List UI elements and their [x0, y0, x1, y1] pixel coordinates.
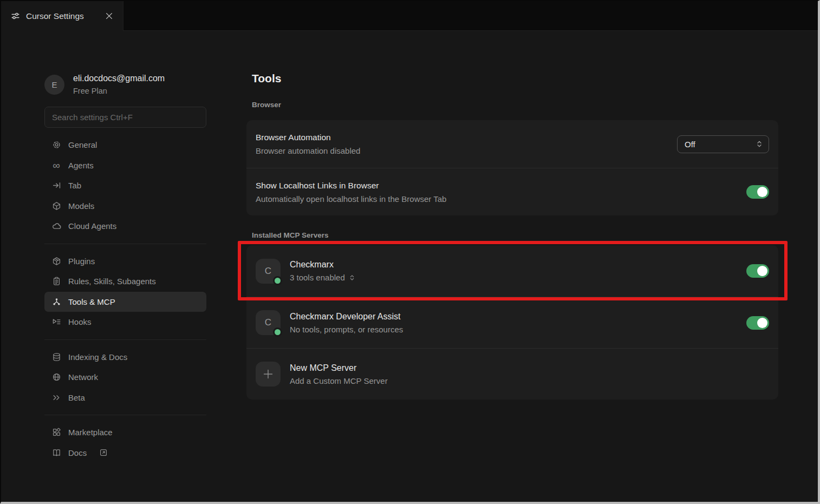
double-chevron-icon — [51, 393, 61, 402]
localhost-links-row: Show Localhost Links in Browser Automati… — [246, 168, 778, 215]
status-dot — [273, 328, 282, 337]
sidebar-item-label: Hooks — [68, 317, 92, 326]
sidebar-item-rules-skills-subagents[interactable]: Rules, Skills, Subagents — [44, 271, 206, 292]
sidebar-item-label: Cloud Agents — [68, 221, 116, 231]
chevron-updown-icon — [756, 140, 763, 148]
checkmarx-developer-assist-toggle[interactable] — [746, 316, 769, 330]
localhost-links-toggle[interactable] — [746, 185, 769, 199]
book-icon — [51, 448, 61, 457]
search-input[interactable] — [44, 107, 206, 128]
network-icon — [51, 297, 61, 306]
cursor-settings-window: Cursor Settings E eli.docdocs@gmail.com … — [0, 0, 820, 504]
checkmarx-toggle[interactable] — [746, 264, 769, 278]
sidebar-item-label: Tools & MCP — [68, 297, 115, 306]
server-initial: C — [265, 266, 271, 277]
sidebar-item-label: Plugins — [68, 257, 95, 266]
package-icon — [51, 257, 61, 266]
new-mcp-server-row[interactable]: New MCP Server Add a Custom MCP Server — [246, 348, 778, 400]
tab-bar: Cursor Settings — [1, 1, 818, 31]
account-plan: Free Plan — [73, 87, 165, 95]
mcp-server-row-checkmarx[interactable]: C Checkmarx 3 tools enabled — [246, 245, 778, 297]
setting-title: Browser Automation — [256, 133, 360, 142]
sidebar-item-tab[interactable]: Tab — [44, 175, 206, 196]
mcp-server-row-checkmarx-developer-assist[interactable]: C Checkmarx Developer Assist No tools, p… — [246, 297, 778, 348]
sidebar-item-label: Agents — [68, 161, 94, 170]
settings-sidebar: E eli.docdocs@gmail.com Free Plan — [1, 31, 206, 502]
sidebar-item-label: Network — [68, 372, 98, 382]
sidebar-item-label: Indexing & Docs — [68, 352, 127, 362]
sidebar-item-network[interactable]: Network — [44, 367, 206, 388]
settings-main: Tools Browser Browser Automation Browser… — [246, 31, 778, 502]
sidebar-item-plugins[interactable]: Plugins — [44, 251, 206, 272]
server-avatar: C — [256, 310, 281, 335]
setting-subtitle: Automatically open localhost links in th… — [256, 194, 446, 204]
sidebar-item-tools-mcp[interactable]: Tools & MCP — [44, 292, 206, 312]
infinity-icon: ∞ — [51, 160, 61, 171]
sidebar-item-label: Models — [68, 201, 94, 211]
browser-settings-card: Browser Automation Browser automation di… — [246, 120, 778, 215]
hooks-icon — [51, 317, 61, 326]
database-icon — [51, 352, 61, 362]
clipboard-icon — [51, 277, 61, 286]
setting-subtitle: Browser automation disabled — [256, 146, 360, 155]
mcp-section-label: Installed MCP Servers — [252, 231, 778, 239]
sidebar-item-label: Docs — [68, 448, 87, 457]
sidebar-item-label: Beta — [68, 393, 85, 402]
gear-icon — [51, 140, 61, 149]
sidebar-item-label: Rules, Skills, Subagents — [68, 277, 156, 286]
browser-automation-row: Browser Automation Browser automation di… — [246, 120, 778, 168]
server-name: Checkmarx Developer Assist — [290, 312, 403, 322]
sidebar-item-models[interactable]: Models — [44, 196, 206, 217]
server-status: 3 tools enabled — [290, 273, 345, 282]
sidebar-item-hooks[interactable]: Hooks — [44, 312, 206, 332]
sliders-icon — [11, 11, 20, 21]
account-section: E eli.docdocs@gmail.com Free Plan — [44, 74, 206, 95]
server-name: Checkmarx — [290, 260, 355, 270]
mcp-servers-card: C Checkmarx 3 tools enabled — [246, 245, 778, 400]
external-link-icon — [99, 449, 108, 456]
sidebar-divider — [44, 244, 206, 244]
sidebar-item-docs[interactable]: Docs — [44, 443, 206, 463]
sidebar-item-cloud-agents[interactable]: Cloud Agents — [44, 216, 206, 237]
sidebar-item-label: Marketplace — [68, 428, 113, 437]
tab-close-icon[interactable] — [102, 10, 115, 23]
tab-cursor-settings[interactable]: Cursor Settings — [1, 1, 123, 31]
server-avatar: C — [256, 259, 281, 284]
page-title: Tools — [252, 72, 778, 85]
server-status: No tools, prompts, or resources — [290, 325, 403, 334]
account-email: eli.docdocs@gmail.com — [73, 74, 165, 83]
plus-icon — [256, 362, 281, 387]
server-name: New MCP Server — [290, 363, 388, 373]
marketplace-icon — [51, 428, 61, 437]
sidebar-item-beta[interactable]: Beta — [44, 388, 206, 408]
settings-content: E eli.docdocs@gmail.com Free Plan — [1, 31, 818, 502]
setting-title: Show Localhost Links in Browser — [256, 181, 446, 191]
sidebar-item-label: General — [68, 140, 97, 149]
sidebar-item-general[interactable]: General — [44, 135, 206, 155]
select-value: Off — [685, 140, 695, 149]
server-status: Add a Custom MCP Server — [290, 376, 388, 385]
server-initial: C — [265, 317, 271, 328]
browser-section-label: Browser — [252, 101, 778, 109]
globe-icon — [51, 372, 61, 382]
tab-title: Cursor Settings — [26, 11, 96, 21]
avatar: E — [44, 75, 64, 95]
sidebar-item-agents[interactable]: ∞ Agents — [44, 155, 206, 176]
browser-automation-select[interactable]: Off — [677, 135, 769, 153]
cloud-icon — [51, 221, 61, 231]
chevron-updown-icon[interactable] — [349, 274, 355, 282]
sidebar-divider — [44, 339, 206, 340]
sidebar-item-marketplace[interactable]: Marketplace — [44, 422, 206, 443]
tab-arrow-icon — [51, 181, 61, 190]
sidebar-item-label: Tab — [68, 181, 81, 190]
sidebar-divider — [44, 415, 206, 415]
sidebar-nav: General ∞ Agents Tab — [44, 135, 206, 463]
sidebar-item-indexing-docs[interactable]: Indexing & Docs — [44, 347, 206, 368]
cube-icon — [51, 201, 61, 211]
status-dot — [273, 276, 282, 285]
